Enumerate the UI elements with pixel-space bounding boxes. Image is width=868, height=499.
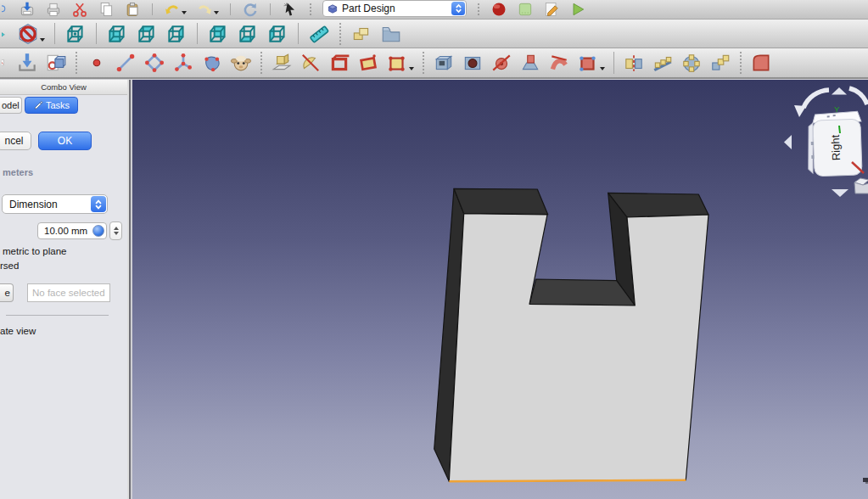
subtractive-pipe-icon[interactable] [548,52,570,74]
workbench-spinner-icon[interactable] [451,2,465,15]
part-blocks-icon[interactable] [350,23,372,45]
linear-pattern-icon[interactable] [652,52,674,74]
cancel-button[interactable]: ncel [0,132,31,150]
length-value: 10.00 mm [44,226,87,236]
revolution-icon[interactable] [300,52,322,74]
toolbar-separator [260,51,262,75]
tab-model[interactable]: odel [0,97,22,114]
create-sketch-partial-icon[interactable] [2,52,9,74]
subtractive-primitive-icon[interactable] [577,52,605,74]
pocket-icon[interactable] [433,52,455,74]
stepper-down-icon[interactable] [114,232,119,235]
3d-viewport[interactable]: RightY [132,80,868,499]
face-button[interactable]: e [0,283,14,302]
hole-icon[interactable] [462,52,484,74]
save-icon[interactable] [19,1,36,18]
multitransform-icon[interactable] [709,52,731,74]
symmetric-to-plane-checkbox[interactable]: metric to plane [3,246,66,256]
shapebinder-icon[interactable] [230,52,252,74]
cut-icon[interactable] [71,1,88,18]
new-document-partial-icon[interactable] [2,1,9,18]
dropdown-caret-icon[interactable] [40,38,45,42]
whats-this-cursor-icon[interactable] [282,1,299,18]
groove-icon[interactable] [490,52,512,74]
mirrored-icon[interactable] [623,52,645,74]
macro-edit-icon[interactable] [543,1,560,18]
paste-icon[interactable] [124,1,141,18]
model-left-prong-top[interactable] [454,188,548,214]
macro-execute-icon[interactable] [569,1,586,18]
polar-pattern-icon[interactable] [680,52,703,74]
expression-editor-icon[interactable] [92,225,104,237]
copy-icon[interactable] [98,1,115,18]
export-document-icon[interactable] [45,52,67,74]
reversed-checkbox[interactable]: rsed [0,261,19,271]
pad-type-select[interactable]: Dimension [2,194,108,214]
open-folder-icon[interactable] [380,23,402,45]
ok-button[interactable]: OK [38,132,92,150]
print-icon[interactable] [45,1,62,18]
create-polygon-icon[interactable] [143,52,165,74]
dropdown-caret-icon[interactable] [214,11,219,14]
fit-all-partial-icon[interactable] [2,23,9,45]
toolbar-separator [423,51,424,75]
measure-distance-icon[interactable] [308,23,330,45]
nav-cube-body[interactable]: Right [807,111,864,177]
axonometric-view-icon[interactable] [64,23,87,45]
toolbar-separator [152,3,153,15]
workbench-selector[interactable]: Part Design [322,0,467,17]
pencil-icon [33,99,43,111]
create-polyline-icon[interactable] [172,52,194,74]
update-view-checkbox[interactable]: ate view [0,326,36,336]
rotate-ccw-arrowhead-icon[interactable] [794,105,806,117]
left-view-icon[interactable] [266,23,288,45]
macro-record-icon[interactable] [490,1,507,18]
bottom-view-icon[interactable] [237,23,259,45]
macro-stop-icon[interactable] [517,1,534,18]
stepper-up-icon[interactable] [114,227,119,230]
redo-icon[interactable] [196,1,219,18]
toolbar-separator [339,22,341,45]
file-toolbar: Part Design [0,0,868,20]
model-highlighted-bottom-edge[interactable] [449,480,686,482]
length-stepper[interactable] [109,221,122,240]
additive-primitive-icon[interactable] [386,52,414,74]
navigation-cube[interactable]: RightY [784,87,868,197]
rotate-ccw-arrow-icon[interactable] [804,90,829,108]
undo-icon[interactable] [164,1,187,18]
dropdown-caret-icon[interactable] [182,11,187,14]
face-field[interactable]: No face selected [27,283,110,302]
additive-pipe-icon[interactable] [357,52,379,74]
create-point-icon[interactable] [86,52,108,74]
tab-tasks-label: Tasks [46,100,70,110]
toolbar-area: Part Design [0,0,868,79]
draw-style-icon[interactable] [17,23,45,45]
refresh-icon[interactable] [242,1,259,18]
fillet-partial-icon[interactable] [750,52,772,74]
toolbar-separator [96,23,97,44]
3d-model[interactable] [434,188,708,481]
combo-spinner-icon[interactable] [91,196,106,212]
nav-arrow-up-icon[interactable] [832,87,847,95]
top-view-icon[interactable] [136,23,158,45]
dropdown-caret-icon[interactable] [600,67,605,70]
nav-arrow-down-icon[interactable] [832,189,848,197]
length-input[interactable]: 10.00 mm [37,222,107,239]
right-view-icon[interactable] [165,23,188,45]
tab-tasks[interactable]: Tasks [25,97,78,114]
nav-arrow-left-icon[interactable] [784,135,792,149]
dropdown-caret-icon[interactable] [409,67,414,70]
view-toolbar [0,20,868,48]
mini-cube-front[interactable] [854,182,868,193]
front-view-icon[interactable] [106,23,128,45]
subtractive-loft-icon[interactable] [519,52,541,74]
rotate-cw-arrow-icon[interactable] [849,88,867,104]
import-icon[interactable] [16,52,38,74]
model-front-face[interactable] [449,214,708,482]
rear-view-icon[interactable] [207,23,229,45]
pad-parameters-label: meters [3,167,33,177]
create-bspline-icon[interactable] [201,52,223,74]
create-line-icon[interactable] [115,52,137,74]
additive-loft-icon[interactable] [328,52,350,74]
pad-icon[interactable] [271,52,293,74]
